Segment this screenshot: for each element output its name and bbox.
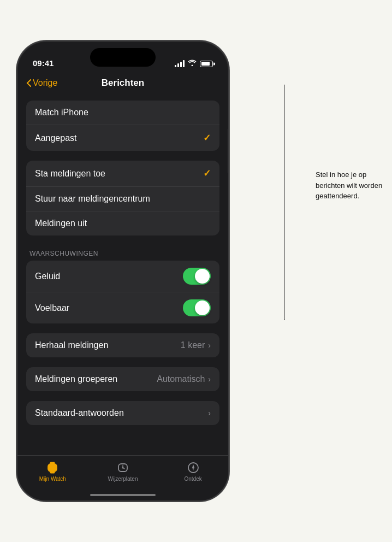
antwoorden-label: Standaard-antwoorden bbox=[35, 408, 124, 418]
match-iphone-label: Match iPhone bbox=[35, 108, 88, 117]
herhaal-meldingen-label: Herhaal meldingen bbox=[35, 340, 108, 350]
tab-ontdek[interactable]: Ontdek bbox=[171, 461, 215, 482]
section-antwoorden: Standaard-antwoorden › bbox=[26, 401, 219, 425]
antwoorden-chevron: › bbox=[208, 409, 211, 417]
sta-meldingen-label: Sta meldingen toe bbox=[35, 169, 105, 179]
row-match-iphone[interactable]: Match iPhone bbox=[26, 101, 219, 125]
compass-icon bbox=[187, 461, 200, 474]
antwoorden-right: › bbox=[208, 409, 211, 417]
stuur-naar-label: Stuur naar meldingencentrum bbox=[35, 194, 150, 204]
phone-frame: 09:41 bbox=[16, 40, 229, 502]
tab-wijzerplaten-label: Wijzerplaten bbox=[108, 476, 138, 482]
annotation-text: Stel in hoe je op berichten wilt worden … bbox=[316, 169, 387, 202]
back-button[interactable]: Vorige bbox=[26, 78, 57, 88]
groeperen-value: Automatisch bbox=[157, 374, 205, 384]
row-voelbaar[interactable]: Voelbaar bbox=[26, 292, 219, 323]
signal-bars bbox=[175, 60, 185, 67]
row-sta-meldingen[interactable]: Sta meldingen toe ✓ bbox=[26, 161, 219, 186]
tab-mijn-watch[interactable]: Mijn Watch bbox=[31, 461, 74, 482]
groeperen-label: Meldingen groeperen bbox=[35, 374, 117, 384]
voelbaar-label: Voelbaar bbox=[35, 303, 69, 313]
dynamic-island bbox=[90, 48, 156, 67]
svg-line-7 bbox=[123, 468, 124, 469]
section-match-iphone: Match iPhone Aangepast ✓ bbox=[26, 101, 219, 151]
section-groeperen: Meldingen groeperen Automatisch › bbox=[26, 367, 219, 391]
meldingen-uit-label: Meldingen uit bbox=[35, 219, 87, 228]
row-aangepast[interactable]: Aangepast ✓ bbox=[26, 125, 219, 151]
row-meldingen-uit[interactable]: Meldingen uit bbox=[26, 211, 219, 235]
bracket-line bbox=[284, 85, 285, 320]
svg-point-3 bbox=[51, 466, 54, 469]
home-indicator bbox=[90, 494, 156, 496]
row-herhaal-meldingen[interactable]: Herhaal meldingen 1 keer › bbox=[26, 333, 219, 357]
tab-ontdek-label: Ontdek bbox=[185, 476, 202, 482]
voelbaar-toggle[interactable] bbox=[183, 299, 211, 316]
herhaal-right: 1 keer › bbox=[181, 340, 211, 350]
groeperen-chevron: › bbox=[208, 375, 211, 384]
battery-icon bbox=[200, 61, 213, 67]
voelbaar-toggle-knob bbox=[195, 301, 210, 315]
nav-title: Berichten bbox=[102, 78, 144, 89]
geluid-label: Geluid bbox=[35, 272, 60, 281]
groeperen-right: Automatisch › bbox=[157, 374, 211, 384]
status-icons bbox=[175, 60, 213, 68]
status-time: 09:41 bbox=[33, 58, 54, 68]
page-background: Stel in hoe je op berichten wilt worden … bbox=[0, 0, 392, 542]
tab-wijzerplaten[interactable]: Wijzerplaten bbox=[101, 461, 145, 482]
aangepast-label: Aangepast bbox=[35, 133, 77, 143]
watchface-icon bbox=[116, 461, 129, 474]
section-warnings: Geluid Voelbaar bbox=[26, 261, 219, 323]
herhaal-chevron: › bbox=[208, 341, 211, 350]
row-geluid[interactable]: Geluid bbox=[26, 261, 219, 292]
sta-meldingen-checkmark: ✓ bbox=[203, 168, 211, 179]
section-notifications-type: Sta meldingen toe ✓ Stuur naar meldingen… bbox=[26, 161, 219, 235]
row-stuur-naar[interactable]: Stuur naar meldingencentrum bbox=[26, 186, 219, 211]
row-antwoorden[interactable]: Standaard-antwoorden › bbox=[26, 401, 219, 425]
scroll-content[interactable]: Match iPhone Aangepast ✓ Sta meldingen t… bbox=[17, 95, 228, 455]
herhaal-value: 1 keer bbox=[181, 340, 205, 350]
tab-mijn-watch-label: Mijn Watch bbox=[39, 476, 66, 482]
geluid-toggle-knob bbox=[195, 269, 210, 284]
section-warnings-wrapper: WAARSCHUWINGEN Geluid Voelbaar bbox=[26, 245, 219, 323]
row-groeperen[interactable]: Meldingen groeperen Automatisch › bbox=[26, 367, 219, 391]
back-label: Vorige bbox=[33, 78, 57, 88]
aangepast-checkmark: ✓ bbox=[203, 132, 211, 144]
geluid-toggle[interactable] bbox=[183, 268, 211, 285]
section-herhaal: Herhaal meldingen 1 keer › bbox=[26, 333, 219, 357]
nav-bar: Vorige Berichten bbox=[17, 71, 228, 95]
wifi-icon bbox=[188, 60, 197, 68]
warnings-header: WAARSCHUWINGEN bbox=[26, 245, 219, 261]
watch-icon bbox=[46, 461, 59, 474]
